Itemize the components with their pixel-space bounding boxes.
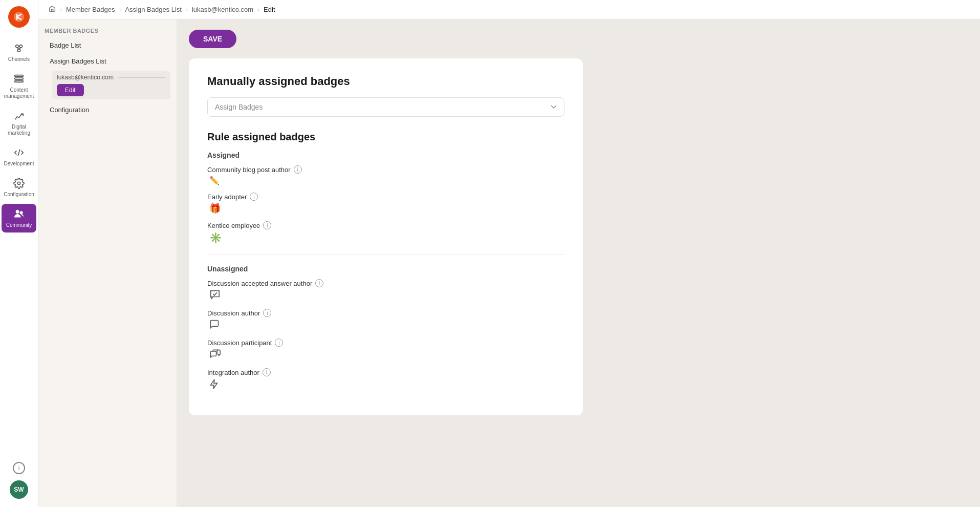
main-area: › Member Badges › Assign Badges List › l…: [38, 0, 980, 507]
assigned-subtitle: Assigned: [207, 151, 564, 159]
badge-info-kentico-employee[interactable]: i: [263, 221, 271, 229]
edit-button[interactable]: Edit: [57, 84, 84, 96]
badge-info-integration-author[interactable]: i: [263, 368, 271, 376]
sidebar-item-content-management[interactable]: Content management: [2, 69, 36, 103]
badge-item-kentico-employee: Kentico employee i ✳️: [207, 221, 564, 244]
page-content: SAVE Manually assigned badges Assign Bad…: [177, 19, 980, 507]
breadcrumb-home[interactable]: [49, 5, 56, 14]
sidebar-item-label-configuration: Configuration: [4, 192, 34, 198]
badge-info-community-blog[interactable]: i: [294, 165, 302, 174]
secondary-sidebar: Member Badges Badge List Assign Badges L…: [38, 19, 177, 507]
sidebar-item-digital-marketing[interactable]: Digital marketing: [2, 105, 36, 140]
breadcrumb-sep-1: ›: [60, 6, 62, 13]
configuration-icon: [13, 177, 25, 189]
app-logo[interactable]: [8, 6, 30, 28]
breadcrumb: › Member Badges › Assign Badges List › l…: [38, 0, 980, 19]
badge-icon-pencil: ✏️: [209, 176, 564, 185]
badge-item-discussion-accepted: Discussion accepted answer author i: [207, 279, 564, 302]
badge-icon-snowflake: ✳️: [209, 231, 564, 244]
badge-name-integration-author: Integration author: [207, 369, 259, 376]
svg-point-12: [20, 212, 23, 214]
breadcrumb-user-email[interactable]: lukasb@kentico.com: [192, 6, 253, 13]
svg-rect-7: [15, 78, 24, 79]
left-sidebar: Channels Content management Digital mark…: [0, 0, 38, 507]
sidebar-item-channels[interactable]: Channels: [2, 38, 36, 67]
channels-icon: [13, 42, 25, 54]
content-management-icon: [13, 73, 25, 85]
save-button[interactable]: SAVE: [189, 30, 236, 48]
badge-item-community-blog: Community blog post author i ✏️: [207, 165, 564, 185]
badge-icon-lightning: [209, 378, 564, 392]
sidebar-item-label-marketing: Digital marketing: [5, 124, 33, 136]
badge-name-discussion-participant: Discussion participant: [207, 339, 272, 347]
badge-name-row-early-adopter: Early adopter i: [207, 193, 564, 201]
svg-point-0: [14, 12, 24, 22]
badge-info-discussion-accepted[interactable]: i: [315, 279, 323, 287]
breadcrumb-sep-4: ›: [257, 6, 259, 13]
sidebar-item-label-development: Development: [4, 161, 34, 167]
svg-rect-13: [51, 9, 53, 11]
divider: [207, 254, 564, 255]
main-card: Manually assigned badges Assign Badges R…: [189, 58, 583, 415]
svg-point-11: [16, 210, 19, 214]
badge-name-discussion-author: Discussion author: [207, 309, 260, 317]
svg-point-1: [16, 45, 18, 48]
sidebar-item-community[interactable]: Community: [2, 204, 36, 233]
breadcrumb-assign-badges[interactable]: Assign Badges List: [125, 6, 182, 13]
email-sub-text: lukasb@kentico.com: [57, 74, 165, 81]
breadcrumb-sep-3: ›: [186, 6, 188, 13]
badge-name-early-adopter: Early adopter: [207, 193, 247, 201]
badge-info-discussion-participant[interactable]: i: [275, 339, 283, 347]
badge-name-community-blog: Community blog post author: [207, 166, 291, 174]
info-icon[interactable]: i: [13, 462, 25, 474]
assign-badges-select[interactable]: Assign Badges: [207, 97, 564, 117]
badge-item-discussion-author: Discussion author i: [207, 309, 564, 331]
badge-info-early-adopter[interactable]: i: [250, 193, 258, 201]
badge-info-discussion-author[interactable]: i: [263, 309, 271, 317]
badge-item-integration-author: Integration author i: [207, 368, 564, 392]
badge-icon-gift: 🎁: [209, 203, 564, 214]
sec-sidebar-section-title: Member Badges: [45, 28, 170, 34]
badge-icon-bubble: [209, 319, 564, 331]
svg-rect-8: [15, 81, 24, 82]
sidebar-item-label-community: Community: [6, 222, 32, 228]
development-icon: [13, 146, 25, 159]
badge-name-kentico-employee: Kentico employee: [207, 222, 260, 229]
sidebar-item-development[interactable]: Development: [2, 142, 36, 171]
svg-point-2: [19, 45, 22, 48]
badge-name-row-integration-author: Integration author i: [207, 368, 564, 376]
sidebar-item-configuration[interactable]: Configuration: [2, 173, 36, 202]
breadcrumb-member-badges[interactable]: Member Badges: [66, 6, 115, 13]
sec-sidebar-badge-list[interactable]: Badge List: [45, 38, 170, 53]
email-sub-item: lukasb@kentico.com Edit: [52, 71, 170, 99]
svg-line-4: [17, 48, 19, 49]
community-icon: [13, 208, 25, 220]
sidebar-bottom: i SW: [10, 462, 28, 507]
badge-name-row-community-blog: Community blog post author i: [207, 165, 564, 174]
badge-icon-bubbles: [209, 349, 564, 361]
badge-name-row-discussion-participant: Discussion participant i: [207, 339, 564, 347]
content-area: Member Badges Badge List Assign Badges L…: [38, 19, 980, 507]
sidebar-item-label-channels: Channels: [8, 56, 30, 62]
svg-rect-6: [15, 75, 24, 77]
badge-name-row-discussion-accepted: Discussion accepted answer author i: [207, 279, 564, 287]
user-avatar[interactable]: SW: [10, 480, 28, 499]
sidebar-item-label-content: Content management: [4, 87, 34, 99]
digital-marketing-icon: [13, 110, 25, 122]
svg-line-5: [19, 48, 21, 49]
secondary-sidebar-sub: lukasb@kentico.com Edit: [45, 71, 170, 99]
breadcrumb-sep-2: ›: [119, 6, 121, 13]
svg-point-10: [17, 182, 20, 185]
rule-assigned-title: Rule assigned badges: [207, 131, 564, 143]
badge-item-discussion-participant: Discussion participant i: [207, 339, 564, 361]
badge-name-discussion-accepted: Discussion accepted answer author: [207, 280, 312, 287]
svg-marker-14: [211, 379, 217, 389]
badge-icon-chat-check: [209, 289, 564, 302]
sec-sidebar-configuration[interactable]: Configuration: [45, 102, 170, 117]
sec-sidebar-assign-badges-list[interactable]: Assign Badges List: [45, 54, 170, 69]
badge-name-row-discussion-author: Discussion author i: [207, 309, 564, 317]
badge-item-early-adopter: Early adopter i 🎁: [207, 193, 564, 214]
unassigned-subtitle: Unassigned: [207, 265, 564, 273]
manually-assigned-title: Manually assigned badges: [207, 75, 564, 88]
breadcrumb-edit: Edit: [264, 6, 275, 13]
